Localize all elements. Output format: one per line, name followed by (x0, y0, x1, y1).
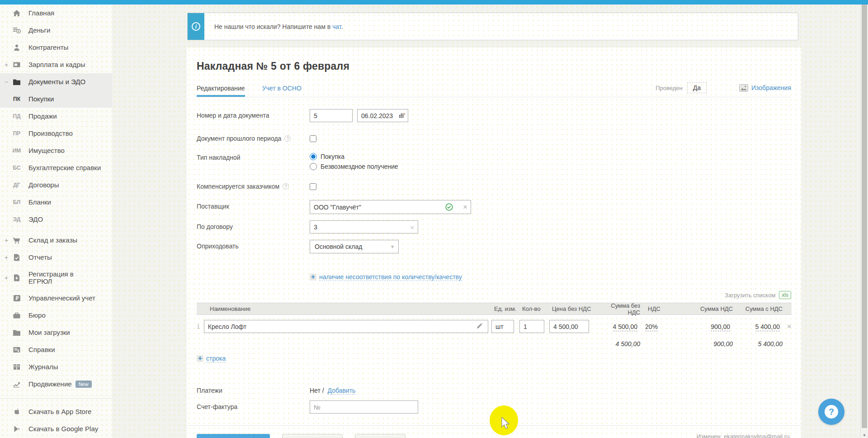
tab-editing[interactable]: Редактирование (197, 85, 245, 97)
item-qty-input[interactable] (519, 320, 544, 333)
google-play-icon (12, 425, 22, 433)
sidebar-item-sales[interactable]: ПД Продажи (0, 108, 112, 125)
item-vat-rate[interactable]: 20% (645, 323, 658, 331)
sidebar-item-management[interactable]: Управленческий учет (0, 290, 112, 307)
items-table: Наименование Ед. изм. Кол-во Цена без НД… (197, 303, 792, 362)
compensated-checkbox[interactable] (310, 183, 316, 190)
warehouse-select[interactable]: Основной склад ▾ (310, 240, 399, 253)
images-link[interactable]: Изображения (739, 84, 791, 92)
warehouse-row: Оприходовать Основной склад ▾ (197, 240, 791, 253)
sidebar: Главная Деньги Контрагенты + Зарплата и … (0, 5, 112, 438)
expand-plus-icon[interactable]: + (4, 274, 9, 281)
copy-button[interactable]: Копировать (282, 434, 343, 438)
sidebar-item-google-play[interactable]: Скачать в Google Play (0, 420, 112, 438)
item-vat-sum[interactable]: 900,00 (711, 323, 730, 331)
total-sum-no-vat: 4 500,00 (597, 340, 640, 348)
add-mismatch-link[interactable]: + наличие несоответствия по количеству/к… (310, 273, 462, 281)
payments-row: Платежи Нет / Добавить (197, 384, 791, 394)
help-button[interactable]: ? (818, 399, 844, 425)
new-badge: New (75, 381, 92, 388)
item-unit-input[interactable] (491, 320, 514, 333)
home-icon (12, 9, 22, 17)
sidebar-item-warehouse[interactable]: + Склад и заказы (0, 232, 112, 249)
sidebar-item-app-store[interactable]: Скачать в App Store (0, 403, 112, 420)
sidebar-item-property[interactable]: ИМ Имущество (0, 142, 112, 159)
folder-icon (12, 78, 22, 86)
tab-osno-accounting[interactable]: Учет в ОСНО (262, 85, 302, 97)
sidebar-item-label: Покупки (28, 95, 54, 103)
posted-value-toggle[interactable]: Да (687, 82, 707, 93)
sidebar-item-journals[interactable]: Журналы (0, 358, 112, 376)
field-label: Счет-фактура (197, 400, 310, 410)
sidebar-item-salary[interactable]: + Зарплата и кадры (0, 56, 112, 73)
save-button[interactable]: Сохранить ▼ (197, 434, 270, 438)
item-name-input[interactable] (204, 320, 488, 333)
ruble-square-icon (12, 294, 22, 302)
sidebar-item-documents-edo[interactable]: − Документы и ЭДО (0, 73, 112, 90)
item-sum-with-vat[interactable]: 5 400,00 (755, 323, 780, 331)
sidebar-item-home[interactable]: Главная (0, 5, 112, 22)
sidebar-item-edo[interactable]: ЭД ЭДО (0, 211, 112, 228)
delete-button[interactable]: Удалить (355, 434, 406, 438)
sidebar-item-bureau[interactable]: Бюро (0, 307, 112, 324)
sidebar-item-production[interactable]: ПР Производство (0, 125, 112, 142)
vertical-scrollbar[interactable]: ▼ (860, 5, 868, 438)
gratuitous-radio[interactable] (310, 163, 317, 170)
add-row-link[interactable]: + строка (197, 355, 792, 362)
expand-plus-icon[interactable]: + (4, 61, 9, 68)
contract-clear-icon[interactable]: × (410, 224, 414, 231)
contract-input[interactable] (310, 220, 418, 233)
info-banner: i Не нашли что искали? Напишите нам в ча… (187, 13, 798, 40)
collapse-minus-icon[interactable]: − (4, 78, 9, 86)
calendar-icon[interactable] (399, 113, 405, 121)
item-sum-no-vat[interactable]: 4 500,00 (613, 323, 638, 331)
supplier-row: Поставщик × (197, 200, 791, 214)
sidebar-item-my-uploads[interactable]: Мои загрузки (0, 324, 112, 341)
purchase-radio[interactable] (310, 153, 317, 160)
expand-plus-icon[interactable]: + (4, 254, 9, 261)
totals-row: 4 500,00 900,00 5 400,00 (197, 340, 792, 348)
col-qty: Кол-во (522, 305, 552, 312)
sidebar-item-accounting-notes[interactable]: БС Бухгалтерские справки (0, 159, 112, 176)
sidebar-item-money[interactable]: Деньги (0, 22, 112, 39)
sidebar-item-blanks[interactable]: БЛ Бланки (0, 194, 112, 211)
sidebar-item-label: Главная (28, 10, 54, 17)
save-options-caret[interactable]: ▼ (254, 434, 270, 438)
help-icon[interactable]: ? (284, 135, 291, 142)
sidebar-item-label: Скачать в App Store (28, 408, 91, 415)
type-option-purchase[interactable]: Покупка (310, 153, 398, 160)
sidebar-item-contracts[interactable]: ДГ Договоры (0, 176, 112, 194)
scrollbar-down-arrow[interactable]: ▼ (861, 433, 868, 438)
sidebar-item-purchases[interactable]: ПК Покупки (0, 90, 112, 108)
section-code: ПР (12, 130, 22, 137)
main-area: i Не нашли что искали? Напишите нам в ча… (112, 5, 868, 438)
add-payment-link[interactable]: Добавить (328, 387, 356, 395)
supplier-clear-icon[interactable]: × (463, 203, 467, 211)
sidebar-item-contacts[interactable]: Контрагенты (0, 39, 112, 56)
sidebar-item-egrul[interactable]: + Регистрация в ЕГРЮЛ (0, 266, 112, 290)
document-panel: Накладная № 5 от 6 февраля Редактировани… (187, 48, 801, 438)
invoice-number-input[interactable] (310, 400, 418, 414)
pencil-edit-icon[interactable] (476, 323, 482, 330)
help-icon[interactable]: ? (283, 183, 289, 190)
sidebar-item-promotion[interactable]: Продвижение New (0, 376, 112, 393)
sidebar-item-label: Отчеты (28, 254, 52, 261)
sidebar-item-label: Бухгалтерские справки (28, 164, 101, 171)
item-price-input[interactable] (549, 320, 589, 333)
past-period-checkbox[interactable] (310, 135, 316, 142)
section-code: ИМ (12, 148, 22, 154)
sidebar-item-label: Скачать в Google Play (28, 425, 98, 433)
image-icon (739, 84, 748, 92)
sidebar-item-reports[interactable]: + Отчеты (0, 249, 112, 266)
promotion-chart-icon (12, 380, 22, 388)
type-option-gratuitous[interactable]: Безвозмездное получение (310, 163, 398, 170)
xls-upload-button[interactable]: xls (779, 291, 791, 299)
sidebar-item-references[interactable]: Справки (0, 341, 112, 358)
modified-info: Изменен: ekaterinaksylina@mail.ru, 17.02… (697, 433, 791, 438)
expand-plus-icon[interactable]: + (4, 237, 9, 244)
upload-row: Загрузить списком xls (197, 291, 791, 299)
document-number-input[interactable] (310, 109, 353, 122)
remove-row-icon[interactable]: × (787, 322, 792, 331)
chat-link[interactable]: чат (332, 23, 341, 30)
scrollbar-thumb[interactable] (862, 5, 867, 428)
